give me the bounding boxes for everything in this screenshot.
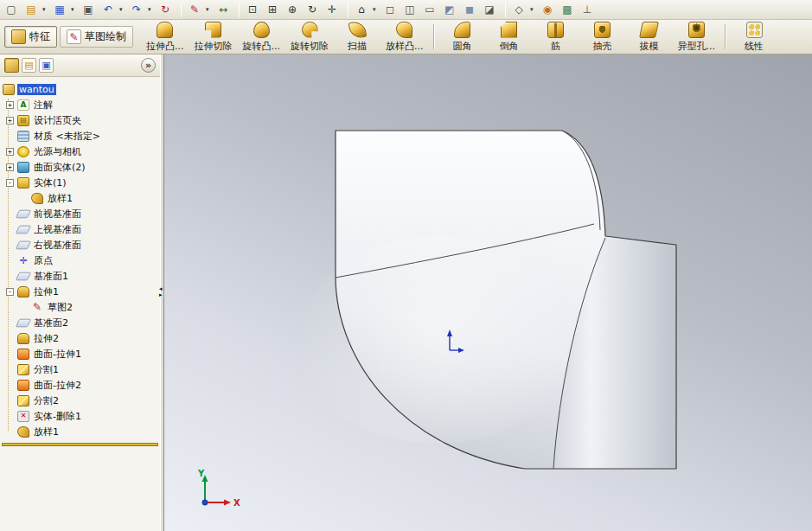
collapse-panel-button[interactable]: » — [141, 58, 156, 73]
tree-item[interactable]: 曲面-拉伸2 — [0, 377, 160, 393]
tree-item[interactable]: 分割2 — [0, 393, 160, 408]
tab-label: 特征 — [29, 29, 50, 44]
expander-slot: - — [5, 288, 15, 296]
tree-item[interactable]: wantou — [0, 81, 160, 97]
tree-item[interactable]: 材质 <未指定> — [0, 128, 160, 144]
rotate-view-icon[interactable]: ↻ — [304, 1, 321, 18]
fillet-button[interactable]: 圆角 — [440, 22, 485, 52]
view-orientation-icon[interactable]: ◇ — [510, 1, 527, 18]
linear-pattern-button[interactable]: 线性 — [732, 22, 777, 52]
featuremanager-tab-icon[interactable] — [4, 58, 19, 73]
rib-button[interactable]: 筋 — [534, 22, 579, 52]
zoom-in-out-icon[interactable]: ⊕ — [284, 1, 301, 18]
shaded-with-edges-icon[interactable]: ◩ — [441, 1, 458, 18]
tree-item[interactable]: 基准面1 — [0, 268, 160, 284]
expander-icon[interactable]: + — [6, 101, 14, 109]
open-icon[interactable]: ▤ — [22, 1, 40, 18]
rollback-bar[interactable] — [2, 443, 158, 446]
propertymanager-tab-icon[interactable]: ▤ — [22, 58, 36, 73]
zoom-fit-icon[interactable]: ⊡ — [244, 1, 261, 18]
model-elbow[interactable] — [298, 131, 676, 469]
dropdown-arrow-icon[interactable]: ▾ — [42, 6, 49, 13]
section-view-icon[interactable]: ◪ — [481, 1, 498, 18]
zoom-area-icon[interactable]: ⊞ — [264, 1, 281, 18]
expander-icon[interactable]: + — [6, 117, 14, 125]
sketch-icon[interactable]: ✎ — [186, 1, 203, 18]
tree-item[interactable]: ✛原点 — [0, 253, 160, 268]
tree-item[interactable]: -拉伸1 — [0, 284, 160, 299]
hidden-lines-removed-icon[interactable]: ▭ — [421, 1, 438, 18]
expander-icon[interactable]: + — [6, 163, 14, 171]
tree-item[interactable]: 基准面2 — [0, 315, 160, 330]
tree-item-label: 放样1 — [46, 192, 74, 205]
dropdown-arrow-icon[interactable]: ▾ — [530, 6, 537, 13]
redo-icon[interactable]: ↷ — [128, 1, 145, 18]
loft-button[interactable]: 放样凸... — [381, 22, 428, 52]
triad-x-label: X — [233, 498, 240, 508]
dropdown-arrow-icon[interactable]: ▾ — [119, 6, 126, 13]
shaded-icon[interactable]: ◼ — [461, 1, 478, 18]
hidden-lines-visible-icon[interactable]: ◫ — [401, 1, 419, 18]
tree-item[interactable]: 右视基准面 — [0, 237, 160, 253]
splitter-collapse-icon[interactable]: ◂ ▸ — [159, 286, 163, 298]
dropdown-arrow-icon[interactable]: ▾ — [148, 6, 155, 13]
new-icon[interactable]: ▢ — [3, 1, 20, 18]
wireframe-icon[interactable]: ◻ — [381, 1, 399, 18]
dropdown-arrow-icon[interactable]: ▾ — [206, 6, 213, 13]
tree-item[interactable]: +光源与相机 — [0, 144, 160, 159]
save-icon[interactable]: ▦ — [51, 1, 68, 18]
tree-item[interactable]: 分割1 — [0, 361, 160, 377]
view-triad: Y X — [197, 469, 240, 508]
tree-item[interactable]: 放样1 — [0, 424, 160, 439]
chamfer-button[interactable]: 倒角 — [487, 22, 532, 52]
shell-button[interactable]: 抽壳 — [580, 22, 625, 52]
extruded-boss-button[interactable]: 拉伸凸... — [142, 22, 189, 52]
icon-glyph: ◫ — [405, 4, 414, 15]
revolved-boss-button[interactable]: 旋转凸... — [239, 22, 285, 52]
tree-item[interactable]: -实体(1) — [0, 175, 160, 190]
tree-item[interactable]: +A注解 — [0, 97, 160, 112]
pan-icon[interactable]: ✛ — [323, 1, 341, 18]
sweep-button[interactable]: 扫描 — [335, 22, 380, 52]
standard-views-icon[interactable]: ⌂ — [353, 1, 370, 18]
fillet-icon — [454, 22, 470, 38]
expander-icon[interactable]: + — [6, 148, 14, 156]
extruded-cut-button[interactable]: 拉伸切除 — [190, 22, 237, 52]
tree-item[interactable]: +曲面实体(2) — [0, 159, 160, 175]
dropdown-arrow-icon[interactable]: ▾ — [71, 6, 78, 13]
print-icon[interactable]: ▣ — [80, 1, 97, 18]
tree-item[interactable]: 前视基准面 — [0, 206, 160, 221]
dropdown-arrow-icon[interactable]: ▾ — [373, 6, 380, 13]
tree-item-label: 设计活页夹 — [32, 114, 83, 127]
extrude2-icon — [17, 333, 29, 344]
tree-item[interactable]: 放样1 — [0, 190, 160, 206]
appearance-icon[interactable]: ◉ — [539, 1, 556, 18]
tree-item[interactable]: 曲面-拉伸1 — [0, 346, 160, 361]
body-delete1-icon: ✕ — [17, 411, 29, 422]
graphics-viewport[interactable]: Y X — [164, 54, 812, 531]
rebuild-icon[interactable]: ↻ — [157, 1, 174, 18]
scene-icon[interactable]: ▩ — [559, 1, 576, 18]
tree-item[interactable]: ✎草图2 — [0, 299, 160, 315]
expander-slot: + — [5, 117, 15, 125]
revolved-cut-button[interactable]: 旋转切除 — [286, 22, 333, 52]
tree-item[interactable]: ✕实体-删除1 — [0, 408, 160, 424]
tab-sketch[interactable]: ✎草图绘制 — [60, 26, 133, 48]
expander-icon[interactable]: - — [6, 288, 14, 296]
annotation-visibility-icon[interactable]: ⊥ — [579, 1, 596, 18]
tree-item[interactable]: 上视基准面 — [0, 221, 160, 237]
tree-item[interactable]: 拉伸2 — [0, 330, 160, 346]
right-plane-icon — [16, 240, 31, 248]
expander-icon[interactable]: - — [6, 179, 14, 187]
viewport-canvas[interactable]: Y X — [164, 54, 812, 531]
hole-wizard-button[interactable]: 异型孔... — [674, 22, 720, 52]
icon-glyph: ✛ — [328, 4, 336, 15]
smart-dimension-icon[interactable]: ↔ — [214, 1, 232, 18]
draft-button[interactable]: 拔模 — [627, 22, 672, 52]
loft-icon — [396, 22, 412, 38]
configurationmanager-tab-icon[interactable]: ▣ — [39, 58, 54, 73]
undo-icon[interactable]: ↶ — [99, 1, 117, 18]
tree-item[interactable]: +▤设计活页夹 — [0, 112, 160, 128]
tab-label: 草图绘制 — [85, 29, 126, 44]
tab-features[interactable]: 特征 — [4, 26, 57, 48]
